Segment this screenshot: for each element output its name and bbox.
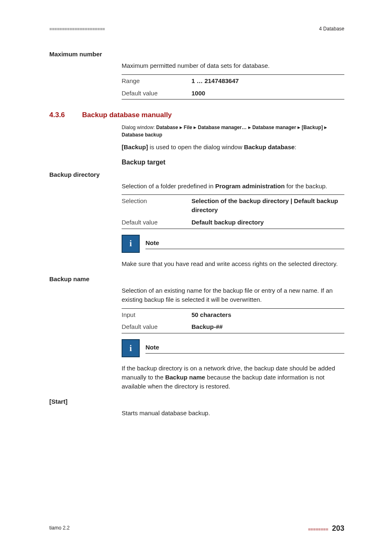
backup-directory-desc: Selection of a folder predefined in Prog… [122,182,344,191]
dialog-part: Database manager… [198,125,247,130]
dialog-part: Database [156,125,178,130]
text: Selection of a folder predefined in [122,183,215,190]
note-body: If the backup directory is on a network … [122,364,344,391]
separator-icon: ▶ [180,125,182,130]
dialog-part: File [184,125,192,130]
dialog-name: Backup database [244,143,295,150]
backup-directory-table: SelectionSelection of the backup directo… [122,194,344,229]
table-key: Default value [122,87,191,99]
note-title: Note [145,238,344,249]
table-value: 1 … 2147483647 [191,74,344,87]
param-label-start: [Start] [49,397,344,406]
note-title: Note [145,343,344,354]
table-key: Default value [122,321,191,333]
separator-icon: ▶ [194,125,196,130]
subheading-backup-target: Backup target [122,157,344,167]
table-key: Input [122,308,191,321]
info-icon-glyph: i [129,342,132,354]
page-number: 203 [332,524,344,532]
footer-dashes: ■■■■■■■■ [308,527,328,532]
backup-button-ref: [Backup] [122,143,148,150]
info-icon: i [122,339,140,357]
table-value: Backup-## [191,321,344,333]
page-header: ■■■■■■■■■■■■■■■■■■■■■■ 4 Database [49,25,344,32]
maximum-number-table: Range1 … 2147483647 Default value1000 [122,74,344,100]
param-label-backup-directory: Backup directory [49,170,344,179]
backup-name-desc: Selection of an existing name for the ba… [122,286,344,304]
page-footer: tiamo 2.2 ■■■■■■■■ 203 [49,523,344,534]
maximum-number-desc: Maximum permitted number of data sets fo… [122,61,344,70]
table-key: Selection [122,195,191,216]
header-dashes: ■■■■■■■■■■■■■■■■■■■■■■ [49,26,105,32]
note-box: i Note If the backup directory is on a n… [122,339,344,391]
backup-name-table: Input50 characters Default valueBackup-#… [122,308,344,334]
separator-icon: ▶ [324,125,327,130]
separator-icon: ▶ [297,125,300,130]
backup-open-text: [Backup] is used to open the dialog wind… [122,143,344,152]
info-icon-glyph: i [129,238,132,250]
text-bold: Program administration [215,183,285,190]
chapter-label: 4 Database [319,25,344,32]
table-value: 50 characters [191,308,344,321]
section-number: 4.3.6 [49,110,65,120]
text: is used to open the dialog window [148,143,244,150]
separator-icon: ▶ [248,125,251,130]
table-value: Selection of the backup directory | Defa… [191,195,344,216]
table-value: Default backup directory [191,216,344,229]
note-body: Make sure that you have read and write a… [122,259,344,268]
text-bold: Backup name [165,374,205,381]
text: for the backup. [285,183,327,190]
section-heading: 4.3.6 Backup database manually [49,110,344,120]
dialog-part: Database manager [252,125,296,130]
product-name: tiamo 2.2 [49,525,69,532]
param-label-backup-name: Backup name [49,275,344,284]
table-key: Range [122,74,191,87]
dialog-prefix: Dialog window: [122,125,156,130]
dialog-window-path: Dialog window: Database ▶ File ▶ Databas… [122,124,344,139]
text: : [295,143,296,150]
dialog-part: [Backup] [302,125,323,130]
param-label-maximum-number: Maximum number [49,50,344,59]
section-title: Backup database manually [82,110,172,120]
table-value: 1000 [191,87,344,99]
table-key: Default value [122,216,191,229]
info-icon: i [122,235,140,253]
dialog-part: Database backup [122,132,162,138]
note-box: i Note Make sure that you have read and … [122,235,344,268]
start-desc: Starts manual database backup. [122,409,344,418]
